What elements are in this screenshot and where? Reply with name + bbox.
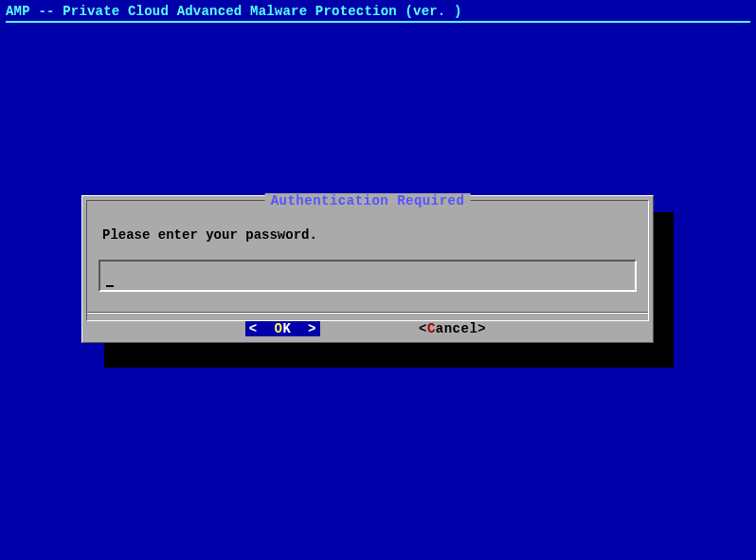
dialog-inner: Authentication Required Please enter you… — [86, 200, 649, 321]
ok-button[interactable]: < OK > — [245, 321, 320, 336]
cancel-button[interactable]: <Cancel> — [415, 321, 490, 336]
dialog-button-row: < OK > <Cancel> — [82, 321, 653, 336]
cancel-hotkey: C — [427, 321, 436, 336]
password-prompt: Please enter your password. — [102, 227, 317, 243]
auth-dialog: Authentication Required Please enter you… — [81, 195, 654, 343]
dialog-title: Authentication Required — [265, 193, 471, 208]
password-input[interactable] — [99, 260, 637, 292]
app-title: AMP -- Private Cloud Advanced Malware Pr… — [6, 4, 462, 19]
dialog-separator — [87, 312, 648, 314]
text-cursor — [106, 285, 114, 287]
app-title-bar: AMP -- Private Cloud Advanced Malware Pr… — [0, 0, 756, 21]
title-underline — [6, 21, 750, 23]
